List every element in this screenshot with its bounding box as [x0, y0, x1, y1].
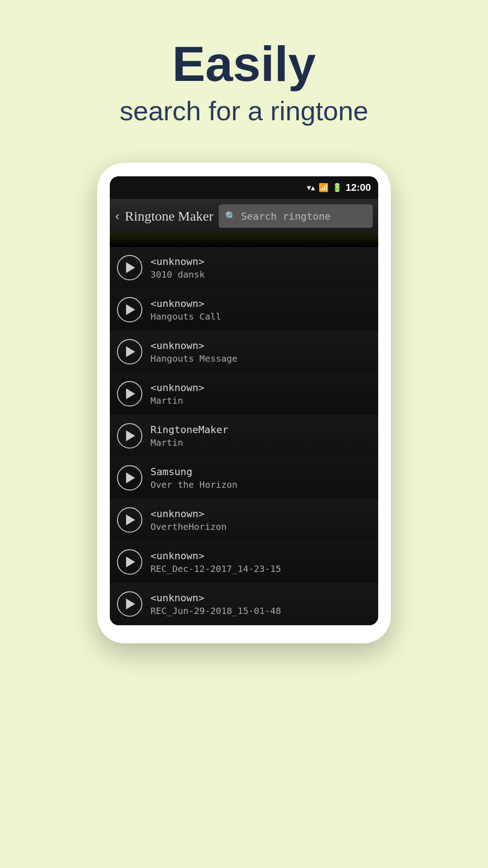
headline-main: Easily: [120, 36, 368, 91]
ringtone-name: OvertheHorizon: [150, 521, 227, 532]
ringtone-name: Hangouts Call: [150, 311, 221, 322]
play-icon: [126, 346, 135, 357]
play-icon: [126, 430, 135, 441]
phone-mockup: ▾▴ 📶 🔋 12:00 ‹ Ringtone Maker 🔍 Search r…: [97, 163, 391, 643]
gradient-overlay: [110, 233, 378, 247]
ringtone-item[interactable]: RingtoneMakerMartin: [110, 415, 378, 457]
ringtone-item[interactable]: <unknown>REC_Dec-12-2017_14-23-15: [110, 541, 378, 583]
play-icon: [126, 557, 135, 567]
ringtone-name: Martin: [150, 395, 204, 406]
play-icon: [126, 388, 135, 399]
ringtone-info: <unknown>Martin: [150, 382, 204, 406]
ringtone-name: Over the Horizon: [150, 479, 238, 490]
ringtone-info: <unknown>3010 dansk: [150, 256, 205, 280]
ringtone-name: REC_Dec-12-2017_14-23-15: [150, 563, 281, 574]
signal-icon: 📶: [319, 183, 328, 193]
ringtone-name: REC_Jun-29-2018_15-01-48: [150, 605, 281, 616]
ringtone-name: Hangouts Message: [150, 353, 238, 364]
ringtone-artist: <unknown>: [150, 256, 205, 267]
play-button[interactable]: [117, 339, 142, 364]
ringtone-info: <unknown>REC_Dec-12-2017_14-23-15: [150, 550, 281, 574]
status-bar: ▾▴ 📶 🔋 12:00: [110, 176, 378, 199]
ringtone-item[interactable]: <unknown>Martin: [110, 373, 378, 415]
play-icon: [126, 599, 135, 609]
ringtone-item[interactable]: SamsungOver the Horizon: [110, 457, 378, 499]
play-button[interactable]: [117, 297, 142, 322]
ringtone-name: 3010 dansk: [150, 269, 205, 280]
back-icon[interactable]: ‹: [115, 209, 119, 223]
play-button[interactable]: [117, 591, 142, 617]
ringtone-artist: <unknown>: [150, 382, 204, 393]
ringtone-artist: <unknown>: [150, 298, 221, 309]
search-icon: 🔍: [225, 211, 236, 222]
play-icon: [126, 514, 135, 525]
play-icon: [126, 262, 135, 273]
ringtone-item[interactable]: <unknown>Hangouts Call: [110, 289, 378, 331]
wifi-icon: ▾▴: [307, 183, 315, 193]
ringtone-info: <unknown>REC_Jun-29-2018_15-01-48: [150, 592, 281, 616]
ringtone-artist: <unknown>: [150, 550, 281, 561]
headline-sub: search for a ringtone: [120, 95, 368, 127]
ringtone-item[interactable]: <unknown>REC_Jun-29-2018_15-01-48: [110, 583, 378, 625]
play-button[interactable]: [117, 549, 142, 575]
search-placeholder: Search ringtone: [241, 211, 331, 222]
ringtone-item[interactable]: <unknown>Hangouts Message: [110, 331, 378, 373]
ringtone-info: <unknown>OvertheHorizon: [150, 508, 227, 532]
headline-section: Easily search for a ringtone: [120, 36, 368, 127]
app-bar: ‹ Ringtone Maker 🔍 Search ringtone: [110, 199, 378, 233]
ringtone-artist: Samsung: [150, 466, 238, 477]
play-icon: [126, 472, 135, 483]
ringtone-info: <unknown>Hangouts Call: [150, 298, 221, 322]
play-button[interactable]: [117, 381, 142, 406]
search-box[interactable]: 🔍 Search ringtone: [219, 204, 373, 228]
play-icon: [126, 304, 135, 315]
play-button[interactable]: [117, 255, 142, 280]
status-icons: ▾▴ 📶 🔋 12:00: [307, 182, 371, 193]
ringtone-artist: RingtoneMaker: [150, 424, 228, 435]
ringtone-info: SamsungOver the Horizon: [150, 466, 238, 490]
ringtone-artist: <unknown>: [150, 508, 227, 519]
ringtone-info: RingtoneMakerMartin: [150, 424, 228, 448]
play-button[interactable]: [117, 507, 142, 533]
phone-screen: ▾▴ 📶 🔋 12:00 ‹ Ringtone Maker 🔍 Search r…: [110, 176, 378, 625]
ringtone-artist: <unknown>: [150, 340, 238, 351]
play-button[interactable]: [117, 423, 142, 448]
ringtone-item[interactable]: <unknown>3010 dansk: [110, 247, 378, 289]
status-time: 12:00: [346, 182, 371, 193]
ringtone-artist: <unknown>: [150, 592, 281, 604]
ringtone-list: <unknown>3010 dansk<unknown>Hangouts Cal…: [110, 247, 378, 625]
ringtone-name: Martin: [150, 437, 228, 448]
battery-icon: 🔋: [332, 183, 342, 193]
play-button[interactable]: [117, 465, 142, 491]
ringtone-info: <unknown>Hangouts Message: [150, 340, 238, 364]
app-title: Ringtone Maker: [125, 208, 213, 224]
ringtone-item[interactable]: <unknown>OvertheHorizon: [110, 499, 378, 541]
